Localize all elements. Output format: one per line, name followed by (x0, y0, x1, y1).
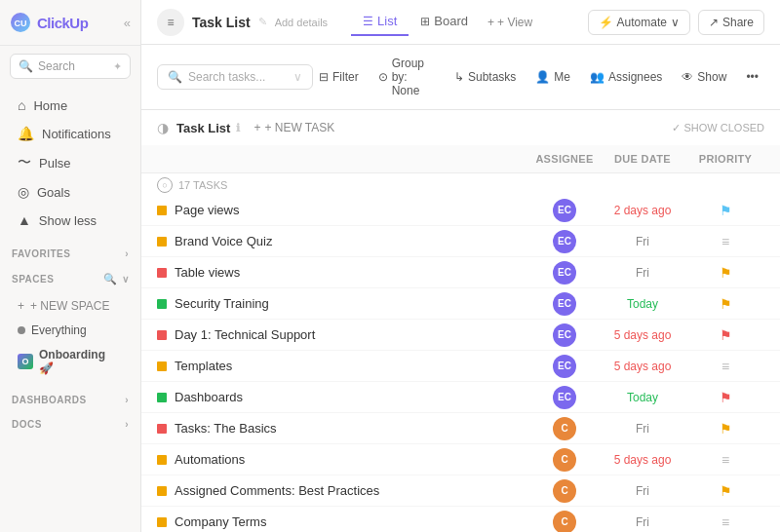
table-row[interactable]: Security Training EC Today ⚑ (141, 288, 780, 320)
logo-area: CU ClickUp « (0, 0, 140, 46)
search-tasks-input[interactable]: 🔍 Search tasks... ∨ (157, 64, 313, 90)
tab-list-label: List (377, 14, 397, 28)
priority-dot (157, 486, 167, 496)
table-row[interactable]: Dashboards EC Today ⚑ (141, 382, 780, 413)
share-label: Share (722, 16, 754, 29)
list-icon: ≡ (167, 16, 174, 29)
table-row[interactable]: Tasks: The Basics C Fri ⚑ (141, 413, 780, 444)
filter-icon: ⊟ (319, 70, 329, 84)
priority-flag-icon: ≡ (722, 514, 729, 530)
new-space-button[interactable]: + + NEW SPACE (6, 294, 135, 318)
task-name-cell: Day 1: Technical Support (157, 327, 530, 342)
show-label: Show (697, 70, 726, 84)
favorites-section-header: FAVORITES › (0, 239, 140, 263)
avatar: EC (553, 230, 576, 253)
search-tasks-placeholder: Search tasks... (188, 70, 265, 84)
share-button[interactable]: ↗ Share (698, 10, 764, 35)
filter-button[interactable]: ⊟ Filter (313, 66, 365, 88)
spaces-section-header: SPACES 🔍 ∨ (0, 263, 140, 289)
tab-board[interactable]: ⊞ Board (409, 8, 480, 36)
spaces-list: + + NEW SPACE Everything O Onboarding 🚀 (0, 289, 140, 385)
sidebar-item-pulse[interactable]: 〜 Pulse (6, 148, 135, 177)
table-row[interactable]: Assigned Comments: Best Practices C Fri … (141, 475, 780, 507)
show-button[interactable]: 👁 Show (676, 66, 732, 88)
dashboards-chevron-icon[interactable]: › (125, 395, 129, 405)
table-row[interactable]: Table views EC Fri ⚑ (141, 257, 780, 288)
search-area: 🔍 Search ✦ (0, 46, 140, 87)
sidebar-item-show-less[interactable]: ▲ Show less (6, 207, 135, 234)
more-options-button[interactable]: ••• (740, 66, 764, 88)
subtasks-button[interactable]: ↳ Subtasks (448, 66, 522, 88)
task-name-cell: Brand Voice Quiz (157, 234, 530, 248)
header-left: ≡ Task List ✎ Add details ☰ List ⊞ Board… (157, 8, 540, 36)
tab-board-label: Board (434, 14, 468, 28)
avatar: C (553, 479, 576, 503)
spaces-chevron-icon[interactable]: ∨ (122, 274, 130, 285)
assignee-cell: EC (530, 199, 599, 222)
avatar: C (553, 511, 576, 533)
assignees-label: Assignees (608, 70, 662, 84)
assignees-button[interactable]: 👥 Assignees (584, 66, 668, 88)
sidebar: CU ClickUp « 🔍 Search ✦ ⌂ Home 🔔 Notific… (0, 0, 141, 532)
priority-flag-icon: ⚑ (720, 483, 732, 499)
group-by-label: Group by: None (392, 57, 435, 97)
show-closed-button[interactable]: ✓ SHOW CLOSED (672, 122, 764, 134)
info-icon[interactable]: ℹ (236, 122, 240, 134)
priority-cell: ≡ (686, 514, 764, 530)
task-name: Templates (175, 359, 232, 373)
sidebar-item-home[interactable]: ⌂ Home (6, 92, 135, 119)
task-count: ○ 17 TASKS (141, 173, 780, 195)
new-task-button[interactable]: + + NEW TASK (248, 118, 340, 137)
tab-list[interactable]: ☰ List (351, 8, 409, 36)
add-details-link[interactable]: Add details (275, 17, 328, 28)
priority-flag-icon: ≡ (722, 359, 729, 374)
list-tab-icon: ☰ (363, 15, 373, 28)
checkmark-icon: ✓ (672, 122, 681, 134)
table-row[interactable]: Brand Voice Quiz EC Fri ≡ (141, 226, 780, 257)
table-row[interactable]: Templates EC 5 days ago ≡ (141, 351, 780, 382)
due-date-cell: 5 days ago (599, 360, 686, 373)
page-header: ≡ Task List ✎ Add details ☰ List ⊞ Board… (141, 0, 780, 45)
search-dropdown-icon: ∨ (293, 70, 302, 84)
onboarding-label: Onboarding 🚀 (39, 348, 123, 375)
priority-dot (157, 268, 167, 278)
assignee-cell: EC (530, 355, 599, 378)
header-right: ⚡ Automate ∨ ↗ Share (588, 10, 764, 35)
task-name-cell: Security Training (157, 296, 530, 311)
plus-icon: + (18, 299, 24, 313)
onboarding-icon: O (18, 354, 33, 369)
sidebar-item-onboarding[interactable]: O Onboarding 🚀 (6, 343, 135, 380)
collapse-icon[interactable]: « (124, 16, 131, 30)
due-date-cell: Fri (599, 422, 686, 436)
automate-button[interactable]: ⚡ Automate ∨ (588, 10, 690, 35)
add-view-button[interactable]: + + View (480, 12, 540, 33)
due-date-cell: Fri (599, 484, 686, 498)
sidebar-search-box[interactable]: 🔍 Search ✦ (10, 54, 131, 79)
me-button[interactable]: 👤 Me (529, 66, 576, 88)
col-header-priority: PRIORITY (686, 149, 764, 169)
task-name: Day 1: Technical Support (175, 327, 315, 342)
due-date-cell: Today (599, 391, 686, 404)
docs-chevron-icon[interactable]: › (125, 419, 129, 430)
sidebar-item-notifications[interactable]: 🔔 Notifications (6, 120, 135, 147)
table-row[interactable]: Automations C 5 days ago ≡ (141, 444, 780, 475)
favorites-chevron-icon[interactable]: › (125, 248, 129, 259)
priority-cell: ≡ (686, 359, 764, 374)
priority-cell: ⚑ (686, 483, 764, 499)
sidebar-item-goals[interactable]: ◎ Goals (6, 178, 135, 206)
due-date-cell: Fri (599, 515, 686, 529)
list-collapse-icon[interactable]: ◑ (157, 120, 169, 135)
svg-text:CU: CU (15, 19, 27, 28)
sidebar-item-everything[interactable]: Everything (6, 319, 135, 342)
table-row[interactable]: Company Terms C Fri ≡ (141, 507, 780, 532)
table-row[interactable]: Page views EC 2 days ago ⚑ (141, 195, 780, 226)
task-name-cell: Automations (157, 452, 530, 467)
task-name: Table views (175, 265, 240, 280)
priority-flag-icon: ≡ (722, 234, 729, 249)
group-by-button[interactable]: ⊙ Group by: None (372, 53, 441, 101)
spaces-search-icon[interactable]: 🔍 (103, 273, 118, 285)
edit-icon[interactable]: ✎ (258, 16, 267, 28)
table-row[interactable]: Day 1: Technical Support EC 5 days ago ⚑ (141, 320, 780, 351)
priority-flag-icon: ⚑ (720, 203, 732, 218)
add-view-label: + View (497, 16, 532, 29)
